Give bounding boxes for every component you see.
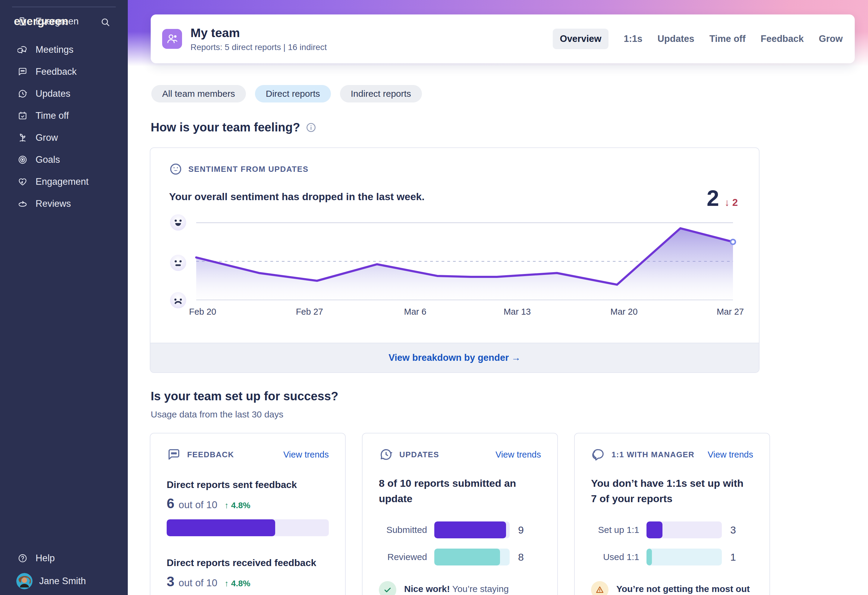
metric-value-row: 6 out of 10 ↑ 4.8% — [167, 495, 329, 511]
tab-grow[interactable]: Grow — [819, 34, 843, 44]
note-emphasis: You’re not getting the most out of — [616, 584, 750, 595]
updates-note-text: Nice work! You’re staying connected with… — [404, 581, 541, 595]
help-item[interactable]: Help — [0, 547, 128, 569]
bar-label: Submitted — [379, 525, 427, 535]
sidebar-nav: Meetings Feedback Updates Time off — [0, 38, 128, 215]
metric-label: Direct reports received feedback — [167, 557, 329, 568]
help-label: Help — [35, 553, 55, 564]
sidebar-item-meetings[interactable]: Meetings — [0, 38, 128, 61]
sidebar-item-label: Reviews — [35, 198, 71, 209]
sentiment-chart — [196, 223, 733, 300]
bar-row: Submitted 9 — [379, 521, 541, 538]
chat-bubbles-icon — [18, 44, 28, 55]
tab-1-1s[interactable]: 1:1s — [624, 34, 642, 44]
sad-face-icon — [170, 292, 186, 309]
tab-feedback[interactable]: Feedback — [761, 34, 804, 44]
sentiment-score-block: 2 ↓ 2 — [707, 185, 738, 211]
updates-bars: Submitted 9 Reviewed 8 — [379, 521, 541, 565]
one-on-one-card: 1:1 WITH MANAGER View trends You don’t h… — [574, 433, 770, 595]
filter-direct-reports[interactable]: Direct reports — [255, 85, 331, 102]
sidebar-item-engagement[interactable]: Engagement — [0, 171, 128, 193]
x-tick-label: Feb 20 — [189, 307, 216, 317]
sidebar-item-grow[interactable]: Grow — [0, 127, 128, 149]
sidebar-divider — [12, 7, 116, 7]
main-content: My team Reports: 5 direct reports | 16 i… — [128, 0, 868, 595]
reports-summary: Reports: 5 direct reports | 16 indirect — [190, 43, 327, 52]
chart-x-axis: Feb 20Feb 27Mar 6Mar 13Mar 20Mar 27 — [196, 307, 733, 319]
metric-denominator: out of 10 — [179, 499, 217, 511]
success-cards-row: FEEDBACK View trends Direct reports sent… — [150, 433, 770, 595]
sidebar-item-timeoff[interactable]: Time off — [0, 105, 128, 127]
updates-view-trends-link[interactable]: View trends — [496, 450, 541, 460]
note-emphasis: Nice work! — [404, 584, 450, 594]
progress-bar — [167, 519, 329, 536]
bar-row: Set up 1:1 3 — [591, 521, 753, 538]
warning-triangle-icon — [591, 581, 608, 595]
plant-icon — [18, 133, 28, 143]
feedback-card: FEEDBACK View trends Direct reports sent… — [150, 433, 346, 595]
bar-fill — [647, 549, 652, 565]
bar-fill — [434, 549, 500, 565]
team-tabs: Overview 1:1s Updates Time off Feedback … — [553, 29, 843, 49]
bar-value: 1 — [730, 551, 736, 563]
one-on-one-note-text: You’re not getting the most out of bette… — [616, 581, 753, 595]
success-section-heading: Is your team set up for success? — [151, 390, 338, 403]
neutral-face-icon — [170, 254, 186, 271]
x-tick-label: Mar 20 — [610, 307, 638, 317]
bar-track — [647, 549, 722, 565]
team-header-card: My team Reports: 5 direct reports | 16 i… — [151, 15, 855, 63]
tab-updates[interactable]: Updates — [657, 34, 694, 44]
bar-fill — [647, 521, 663, 538]
sidebar-item-feedback[interactable]: Feedback — [0, 61, 128, 83]
x-tick-label: Feb 27 — [296, 307, 323, 317]
sentiment-chart-area — [170, 223, 733, 300]
sidebar-item-label: Grow — [35, 132, 58, 143]
bar-track — [434, 549, 510, 565]
update-clock-icon — [379, 447, 393, 462]
sentiment-card: SENTIMENT FROM UPDATES Your overall sent… — [150, 148, 760, 373]
filter-indirect-reports[interactable]: Indirect reports — [340, 85, 422, 102]
updates-card-header: UPDATES View trends — [379, 447, 541, 462]
breakdown-by-gender-link[interactable]: View breakdown by gender → — [388, 352, 521, 363]
sidebar-item-label: Time off — [35, 110, 69, 121]
sentiment-headline-row: Your overall sentiment has dropped in th… — [169, 191, 738, 211]
target-icon — [18, 155, 28, 165]
bar-track — [647, 521, 722, 538]
metric-delta: ↑ 4.8% — [224, 579, 251, 588]
user-item[interactable]: Jane Smith — [0, 569, 128, 593]
team-people-icon — [162, 29, 182, 49]
app-root: evergreen Meetings Feedback Upd — [0, 0, 868, 595]
feedback-view-trends-link[interactable]: View trends — [283, 450, 329, 460]
sentiment-card-footer: View breakdown by gender → — [151, 343, 759, 372]
sentiment-chart-plot — [196, 223, 733, 300]
filter-all-team-members[interactable]: All team members — [151, 85, 246, 102]
sidebar-item-label: Goals — [35, 154, 60, 165]
sidebar-item-label: Updates — [35, 88, 70, 99]
progress-fill — [167, 519, 275, 536]
tab-timeoff[interactable]: Time off — [710, 34, 745, 44]
sidebar-item-reviews[interactable]: Reviews — [0, 193, 128, 215]
bar-value: 8 — [518, 551, 524, 563]
sidebar-item-updates[interactable]: Updates — [0, 83, 128, 105]
happy-face-icon — [170, 214, 186, 231]
info-icon[interactable] — [306, 122, 316, 133]
bar-row: Reviewed 8 — [379, 549, 541, 565]
x-tick-label: Mar 13 — [503, 307, 531, 317]
metric-delta: ↑ 4.8% — [224, 501, 251, 510]
feedback-bubble-icon — [18, 66, 28, 77]
sentiment-score: 2 — [707, 185, 719, 211]
check-circle-icon — [379, 581, 396, 595]
app-logo: evergreen — [14, 15, 68, 28]
sidebar-item-goals[interactable]: Goals — [0, 149, 128, 171]
metric-label: Direct reports sent feedback — [167, 479, 329, 490]
tab-overview[interactable]: Overview — [553, 29, 609, 49]
metric-value: 6 — [167, 495, 174, 511]
sidebar-item-label: Feedback — [35, 66, 77, 77]
one-on-one-caption: 1:1 WITH MANAGER — [611, 450, 694, 459]
feedback-bubble-icon — [167, 447, 181, 462]
bar-value: 9 — [518, 524, 524, 536]
one-on-one-view-trends-link[interactable]: View trends — [708, 450, 753, 460]
cycle-icon — [18, 199, 28, 209]
search-icon[interactable] — [100, 17, 111, 28]
avatar — [16, 573, 32, 589]
